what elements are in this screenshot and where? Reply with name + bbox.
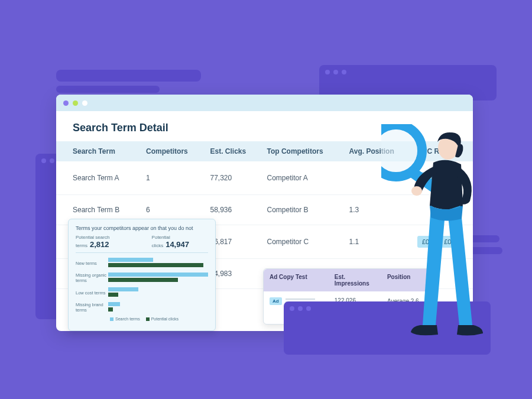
cell-avg: 1.3: [345, 195, 413, 225]
metric-potential-clicks: Potential clicks14,947: [152, 235, 208, 249]
cell-top: Competitor C: [262, 225, 344, 259]
cell-clicks: 77,320: [206, 161, 262, 195]
panel-title: Search Term Detail: [56, 111, 473, 141]
cell-top: Competitor A: [262, 161, 344, 195]
chart-legend: Search terms Potential clicks: [76, 317, 208, 321]
table-row[interactable]: Search Term A 1 77,320 Competitor A £0.0…: [56, 161, 473, 195]
bar-label: New terms: [76, 261, 108, 266]
cell-competitors: 1: [141, 161, 205, 195]
cell-cpc: [413, 195, 473, 225]
bar-label: Missing brand terms: [76, 302, 108, 313]
window-dot-close[interactable]: [63, 100, 69, 106]
col-competitors[interactable]: Competitors: [141, 141, 205, 161]
bg-decor-window: [284, 301, 491, 355]
competitor-terms-card: Terms your competitors appear on that yo…: [68, 219, 216, 331]
window-titlebar: [56, 95, 473, 111]
cpc-chip: £0.07 - £0: [417, 236, 456, 248]
window-dot-min[interactable]: [73, 100, 78, 106]
adcard-col-position: Position: [381, 269, 434, 291]
bg-decor-bar: [56, 86, 160, 93]
ad-badge-icon: Ad: [270, 297, 282, 305]
col-top-competitors[interactable]: Top Competitors: [262, 141, 344, 161]
cell-avg: [345, 161, 413, 195]
cell-top: Competitor B: [262, 195, 344, 225]
chart-title: Terms your competitors appear on that yo…: [76, 225, 208, 231]
chart-bars: New terms Missing organic terms Low cost…: [76, 258, 208, 313]
col-est-clicks[interactable]: Est. Clicks: [206, 141, 262, 161]
bar-label: Low cost terms: [76, 290, 108, 296]
col-search-term[interactable]: Search Term: [56, 141, 141, 161]
col-cpc-range[interactable]: CPC Range: [413, 141, 473, 161]
col-avg-position[interactable]: Avg. Position: [345, 141, 413, 161]
cell-avg: 1.1: [345, 225, 413, 259]
metric-potential-terms: Potential search terms2,812: [76, 235, 144, 249]
cell-term: Search Term A: [56, 161, 141, 195]
cpc-chip: £0.04 - £0: [417, 172, 456, 184]
bar-label: Missing organic terms: [76, 273, 108, 283]
bg-decor-bar: [56, 70, 201, 82]
adcard-title: Ad Copy Test: [264, 269, 329, 291]
window-dot-max[interactable]: [82, 100, 87, 106]
adcard-col-impressions: Est. Impressions: [329, 269, 381, 291]
